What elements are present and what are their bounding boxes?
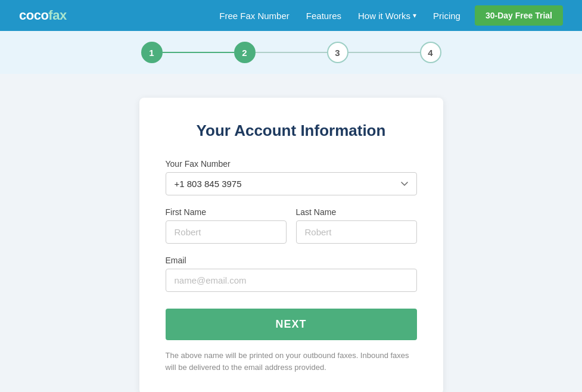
email-field: Email: [166, 256, 417, 292]
form-note: The above name will be printed on your o…: [166, 350, 417, 373]
first-name-field: First Name: [166, 207, 287, 244]
fax-number-field: Your Fax Number +1 803 845 3975: [166, 159, 417, 195]
step-2: 2: [234, 42, 256, 63]
last-name-field: Last Name: [296, 207, 417, 244]
email-input[interactable]: [166, 269, 417, 292]
first-name-input[interactable]: [166, 220, 287, 244]
last-name-input[interactable]: [296, 220, 417, 244]
step-line-1-2: [163, 52, 234, 53]
last-name-label: Last Name: [296, 207, 417, 217]
email-label: Email: [166, 256, 417, 265]
fax-number-select[interactable]: +1 803 845 3975: [166, 172, 417, 195]
step-4: 4: [420, 42, 441, 63]
form-card: Your Account Information Your Fax Number…: [139, 98, 443, 392]
nav-how-it-works[interactable]: How it Works ▾: [358, 11, 416, 21]
nav-pricing[interactable]: Pricing: [433, 11, 460, 21]
main-content: Your Account Information Your Fax Number…: [0, 74, 582, 392]
step-1: 1: [141, 42, 163, 63]
fax-number-label: Your Fax Number: [166, 159, 417, 169]
chevron-down-icon: ▾: [413, 11, 416, 20]
nav-links: Free Fax Number Features How it Works ▾ …: [219, 11, 460, 21]
step-line-3-4: [348, 52, 420, 53]
logo-coco: coco: [19, 8, 48, 23]
nav-features[interactable]: Features: [306, 11, 341, 21]
navbar: cocofax Free Fax Number Features How it …: [0, 0, 582, 31]
stepper: 1 2 3 4: [141, 42, 441, 63]
nav-free-fax-number[interactable]: Free Fax Number: [219, 11, 290, 21]
next-button[interactable]: NEXT: [166, 309, 417, 340]
logo-fax: fax: [48, 8, 66, 23]
step-line-2-3: [256, 52, 327, 53]
trial-button[interactable]: 30-Day Free Trial: [475, 5, 563, 26]
stepper-bar: 1 2 3 4: [0, 31, 582, 74]
logo[interactable]: cocofax: [19, 8, 67, 23]
form-title: Your Account Information: [166, 122, 417, 140]
name-row: First Name Last Name: [166, 207, 417, 244]
first-name-label: First Name: [166, 207, 287, 217]
step-3: 3: [327, 42, 348, 63]
